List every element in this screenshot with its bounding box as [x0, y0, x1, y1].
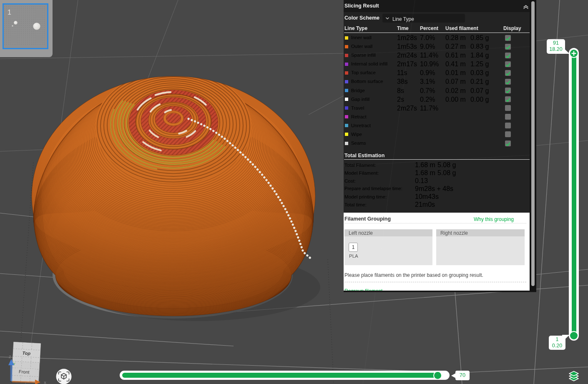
svg-text:Z: Z [9, 355, 11, 359]
svg-text:Y: Y [13, 362, 15, 366]
svg-text:X: X [44, 381, 46, 384]
svg-text:Front: Front [19, 369, 30, 374]
svg-text:1: 1 [8, 9, 11, 16]
svg-text:Top: Top [22, 350, 31, 356]
